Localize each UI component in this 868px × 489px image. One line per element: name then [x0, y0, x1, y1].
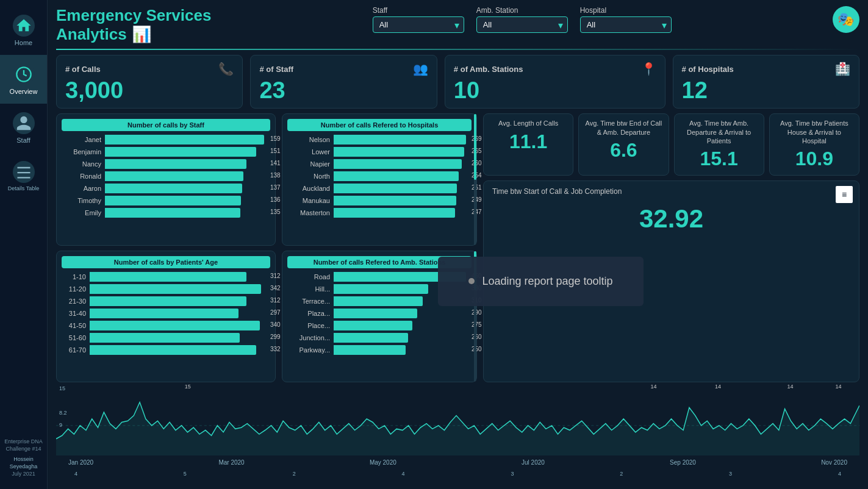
bar-label: 11-20: [62, 285, 86, 293]
bar-fill: [334, 135, 466, 145]
stats-right: Avg. Length of Calls 11.1 Avg. Time btw …: [483, 113, 859, 382]
list-item: Nelson 269: [287, 135, 472, 145]
bar-track: 251: [334, 184, 472, 193]
bar-label: Aaron: [62, 185, 101, 192]
avg-time-end-card: Avg. Time btw End of Call & Amb. Departu…: [578, 113, 669, 176]
list-item: Junction... 260: [287, 333, 472, 343]
amb-bars-container: Road 460 Hill... 330 Terrace... 310 Pl: [287, 272, 472, 355]
menu-icon-button[interactable]: ≡: [836, 186, 853, 203]
staff-icon: [13, 112, 35, 134]
amb-filter-label: Amb. Station: [476, 6, 568, 15]
brand-text: Enterprise DNA Challenge #14: [4, 438, 43, 453]
charts-center: Number of calls Refered to Hospitals Nel…: [282, 113, 477, 382]
user-name: Hossein Seyedagha: [10, 455, 38, 471]
bar-fill: [90, 309, 239, 318]
avg-time-amb-value: 15.1: [681, 148, 758, 170]
chart-calls-staff: Number of calls by Staff Janet 159 Benja…: [56, 113, 276, 245]
kpi-calls-title: # of Calls: [65, 65, 101, 74]
details-icon: [13, 161, 35, 183]
chart-calls-age: Number of calls by Patients' Age 1-10 31…: [56, 251, 276, 382]
bar-track: 254: [334, 171, 472, 181]
avatar-icon: 🎭: [838, 12, 854, 27]
y-label-mid: 8.2: [59, 410, 67, 416]
bar-fill: [105, 171, 243, 181]
hospital-filter-label: Hospital: [580, 6, 672, 15]
list-item: 21-30 312: [62, 296, 270, 306]
amb-filter-select[interactable]: All: [476, 16, 568, 33]
overview-icon: [13, 63, 35, 85]
main-content: Emergency Services Analytics 📊 Staff All…: [48, 0, 868, 489]
chart-calls-amb: Number of calls Refered to Amb. Stations…: [282, 251, 477, 382]
avg-time-house-title: Avg. Time btw Patients House & Arrival t…: [776, 119, 853, 145]
bar-track: 249: [334, 196, 472, 205]
bar-fill: [334, 147, 464, 157]
list-item: Masterton 247: [287, 208, 472, 218]
bar-label: Napier: [287, 160, 330, 168]
list-item: Auckland 251: [287, 184, 472, 193]
sidebar-item-overview[interactable]: Overview: [0, 55, 47, 104]
bar-track: 151: [105, 147, 270, 157]
y-label-peak: 15: [59, 385, 65, 391]
overview-label: Overview: [10, 88, 38, 95]
bar-track: 135: [105, 208, 270, 218]
bar-label: Terrace...: [287, 298, 330, 305]
bar-track: 312: [90, 272, 270, 282]
bar-label: Emily: [62, 209, 101, 216]
list-item: Manukau 249: [287, 196, 472, 205]
staff-kpi-icon: 👥: [413, 62, 428, 76]
list-item: Plaza... 290: [287, 309, 472, 318]
bar-label: Masterton: [287, 209, 330, 216]
bar-label: North: [287, 173, 330, 180]
sidebar-item-home[interactable]: Home: [0, 6, 47, 55]
kpi-hospitals-value: 12: [682, 79, 850, 102]
bar-track: 342: [90, 284, 270, 294]
bar-label: 51-60: [62, 334, 86, 341]
staff-filter-select[interactable]: All: [373, 16, 464, 33]
home-label: Home: [15, 39, 32, 46]
sidebar-item-staff[interactable]: Staff: [0, 104, 47, 152]
bar-label: Ronald: [62, 173, 101, 180]
bar-label: Road: [287, 273, 330, 280]
kpi-row: # of Calls 📞 3,000 # of Staff 👥 23 # of …: [56, 55, 859, 109]
bar-fill: [90, 272, 246, 282]
bar-fill: [334, 284, 428, 294]
bar-label: Place...: [287, 322, 330, 329]
bar-fill: [105, 147, 256, 157]
list-item: Ronald 138: [62, 171, 270, 181]
avatar-button[interactable]: 🎭: [833, 6, 859, 33]
x-label-nov: Nov 2020: [821, 459, 847, 466]
bar-track: 330: [334, 284, 472, 294]
bar-track: 340: [90, 321, 270, 330]
bar-label: Benjamin: [62, 148, 101, 155]
sidebar: Home Overview Staff Details Table Enterp…: [0, 0, 48, 489]
list-item: North 254: [287, 171, 472, 181]
amb-filter-group: Amb. Station All: [476, 6, 568, 33]
home-icon: [13, 15, 35, 37]
bar-track: 260: [334, 159, 472, 169]
list-item: Lower 265: [287, 147, 472, 157]
peak-label-1: 15: [185, 384, 191, 390]
bar-fill: [334, 309, 417, 318]
bar-label: Lower: [287, 148, 330, 155]
list-item: Napier 260: [287, 159, 472, 169]
bar-fill: [334, 159, 462, 169]
age-bars-container: 1-10 312 11-20 342 21-30 312 31-40: [62, 272, 270, 355]
staff-bars-container: Janet 159 Benjamin 151 Nancy 141 Ronal: [62, 135, 270, 218]
bar-label: Parkway...: [287, 346, 330, 354]
bar-label: Nancy: [62, 160, 101, 168]
hospitals-kpi-icon: 🏥: [835, 62, 850, 76]
avg-row-top: Avg. Length of Calls 11.1 Avg. Time btw …: [483, 113, 859, 176]
header-right: 🎭: [833, 6, 859, 33]
timeline-container: 15 8.2 9 15 14 14 14 14 Jan 2020 Mar 202…: [56, 382, 859, 483]
bar-fill: [334, 345, 406, 355]
list-item: 51-60 299: [62, 333, 270, 343]
bar-label: 31-40: [62, 310, 86, 317]
staff-label: Staff: [16, 137, 30, 144]
amb-filter-wrapper: All: [476, 16, 568, 33]
bar-fill: [105, 184, 242, 193]
hospital-filter-select[interactable]: All: [580, 16, 672, 33]
bar-fill: [334, 196, 456, 205]
list-item: 1-10 312: [62, 272, 270, 282]
sidebar-item-details[interactable]: Details Table: [0, 152, 47, 201]
list-item: Parkway... 250: [287, 345, 472, 355]
